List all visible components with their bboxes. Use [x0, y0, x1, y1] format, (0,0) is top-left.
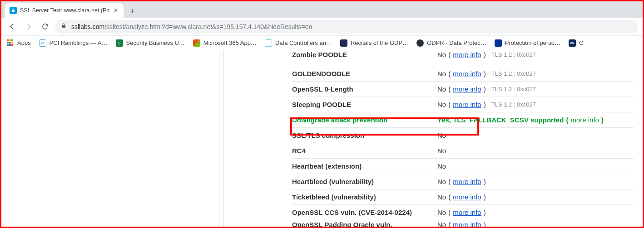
forward-button[interactable] — [22, 20, 35, 33]
result-meta: TLS 1.2 : 0xc027 — [491, 86, 536, 92]
result-value: No — [437, 147, 446, 155]
result-value: No (more info) — [437, 70, 486, 78]
result-row: Zombie POODLENo (more info)TLS 1.2 : 0xc… — [292, 50, 634, 66]
reload-button[interactable] — [39, 20, 51, 33]
more-info-link[interactable]: more info — [453, 70, 481, 78]
result-value: No (more info) — [437, 193, 486, 201]
bookmark-label: G — [579, 39, 584, 46]
result-row: Ticketbleed (vulnerability)No (more info… — [292, 189, 634, 204]
result-value: No (more info) — [437, 85, 486, 93]
bookmark-item[interactable]: GDPR - Data Protec… — [416, 39, 486, 47]
result-meta: TLS 1.2 : 0xc027 — [491, 70, 536, 77]
more-info-link[interactable]: more info — [453, 85, 481, 93]
result-row: Downgrade attack preventionYes, TLS_FALL… — [292, 112, 634, 127]
bookmark-item[interactable]: ico.G — [569, 39, 584, 47]
bookmark-item[interactable]: Data Controllers an… — [265, 39, 332, 47]
result-value: No (more info) — [437, 178, 486, 185]
results-table: Zombie POODLENo (more info)TLS 1.2 : 0xc… — [292, 50, 634, 228]
result-label: GOLDENDOODLE — [292, 70, 437, 78]
result-value: No (more info) — [437, 101, 486, 108]
browser-toolbar: ssllabs.com/ssltest/analyze.html?d=www.c… — [1, 18, 643, 36]
result-value: No — [437, 131, 446, 139]
close-icon[interactable]: × — [113, 6, 119, 15]
vertical-divider — [223, 50, 223, 227]
result-label: OpenSSL Padding Oracle vuln. — [292, 221, 437, 228]
bookmark-label: Recitals of the GDP… — [351, 39, 408, 46]
apps-label: Apps — [17, 39, 31, 46]
bookmark-item[interactable]: SSecurity Business U… — [116, 39, 185, 47]
lock-icon — [10, 7, 17, 14]
url-text: ssllabs.com/ssltest/analyze.html?d=www.c… — [71, 23, 633, 30]
new-tab-button[interactable]: + — [126, 5, 139, 18]
result-value: No — [437, 162, 446, 170]
result-value: Yes, TLS_FALLBACK_SCSV supported (more i… — [437, 116, 604, 124]
result-row: Sleeping POODLENo (more info)TLS 1.2 : 0… — [292, 97, 634, 112]
result-label: OpenSSL 0-Length — [292, 85, 437, 93]
result-label: Heartbleed (vulnerability) — [292, 178, 437, 185]
more-info-link[interactable]: more info — [453, 193, 481, 201]
result-row: OpenSSL CCS vuln. (CVE-2014-0224)No (mor… — [292, 204, 634, 220]
bookmark-label: Microsoft 365 App… — [203, 39, 257, 46]
bookmark-item[interactable]: Microsoft 365 App… — [193, 39, 257, 47]
result-label: Heartbeat (extension) — [292, 162, 437, 170]
result-meta: TLS 1.2 : 0xc027 — [491, 101, 536, 108]
favicon-icon — [265, 39, 272, 47]
apps-button[interactable]: Apps — [7, 39, 31, 47]
result-row: Heartbleed (vulnerability)No (more info) — [292, 174, 634, 189]
result-row: GOLDENDOODLENo (more info)TLS 1.2 : 0xc0… — [292, 66, 634, 81]
more-info-link[interactable]: more info — [453, 178, 481, 185]
result-label: OpenSSL CCS vuln. (CVE-2014-0224) — [292, 209, 437, 216]
more-info-link[interactable]: more info — [453, 209, 481, 216]
bookmark-label: GDPR - Data Protec… — [427, 39, 486, 46]
result-row: OpenSSL 0-LengthNo (more info)TLS 1.2 : … — [292, 81, 634, 97]
bookmark-label: Protection of perso… — [505, 39, 560, 46]
result-value: No (more info) — [437, 209, 486, 216]
favicon-icon: S — [116, 39, 123, 47]
result-label: RC4 — [292, 147, 437, 155]
more-info-link[interactable]: more info — [570, 116, 599, 124]
tab-title: SSL Server Test: www.clara.net (Po — [20, 7, 109, 14]
bookmark-label: Security Business U… — [126, 39, 185, 46]
result-value: No (more info) — [437, 221, 486, 228]
more-info-link[interactable]: more info — [453, 221, 481, 228]
bookmark-label: PCI Ramblings — A… — [50, 39, 108, 46]
result-label: Sleeping POODLE — [292, 101, 437, 108]
vertical-divider — [219, 50, 219, 227]
favicon-icon: ico. — [569, 39, 576, 47]
more-info-link[interactable]: more info — [453, 51, 481, 58]
page-content: Zombie POODLENo (more info)TLS 1.2 : 0xc… — [1, 50, 643, 227]
result-label: Ticketbleed (vulnerability) — [292, 193, 437, 201]
favicon-icon — [416, 39, 424, 47]
result-label: Downgrade attack prevention — [292, 116, 437, 124]
bookmark-item[interactable]: Recitals of the GDP… — [340, 39, 408, 47]
favicon-icon — [193, 39, 200, 47]
favicon-icon — [340, 39, 347, 47]
favicon-icon: P — [39, 39, 46, 47]
browser-tab-strip: SSL Server Test: www.clara.net (Po × + — [1, 1, 643, 18]
result-row: SSL/TLS compressionNo — [292, 127, 634, 143]
result-label: SSL/TLS compression — [292, 131, 437, 139]
result-label: Zombie POODLE — [292, 51, 437, 58]
result-row: OpenSSL Padding Oracle vuln.No (more inf… — [292, 220, 634, 228]
url-host: ssllabs.com — [71, 23, 104, 30]
bookmark-label: Data Controllers an… — [275, 39, 332, 46]
url-path: /ssltest/analyze.html?d=www.clara.net&s=… — [104, 23, 312, 30]
result-meta: TLS 1.2 : 0xc027 — [491, 51, 536, 58]
result-row: RC4No — [292, 143, 634, 158]
result-value: No (more info) — [437, 51, 486, 58]
address-bar[interactable]: ssllabs.com/ssltest/analyze.html?d=www.c… — [55, 20, 638, 34]
browser-tab[interactable]: SSL Server Test: www.clara.net (Po × — [5, 3, 124, 18]
favicon-icon — [495, 39, 502, 47]
back-button[interactable] — [6, 20, 19, 33]
more-info-link[interactable]: more info — [453, 101, 481, 108]
result-row: Heartbeat (extension)No — [292, 158, 634, 174]
apps-icon — [7, 39, 14, 47]
lock-icon — [60, 23, 67, 30]
bookmark-item[interactable]: Protection of perso… — [495, 39, 560, 47]
bookmark-item[interactable]: PPCI Ramblings — A… — [39, 39, 108, 47]
bookmarks-bar: Apps PPCI Ramblings — A… SSecurity Busin… — [1, 36, 643, 50]
